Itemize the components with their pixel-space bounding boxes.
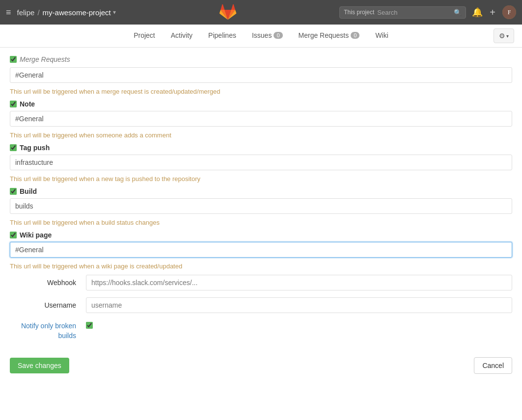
wiki-page-input[interactable]: [10, 242, 512, 258]
notifications-icon[interactable]: 🔔: [472, 7, 483, 18]
username-input[interactable]: [86, 297, 512, 313]
build-section: Build This url will be triggered when a …: [10, 187, 512, 226]
nav-activity[interactable]: Activity: [163, 25, 200, 47]
webhook-row: Webhook: [10, 275, 512, 290]
secondary-nav: Project Activity Pipelines Issues 0 Merg…: [0, 25, 522, 48]
breadcrumb-user[interactable]: felipe: [17, 8, 35, 17]
plus-icon[interactable]: +: [490, 7, 495, 18]
username-row: Username: [10, 297, 512, 313]
top-nav-icons: 🔔 +: [472, 5, 516, 19]
nav-issues[interactable]: Issues 0: [244, 25, 291, 47]
notify-label: Notify only brokenbuilds: [10, 320, 86, 341]
tag-push-help: This url will be triggered when a new ta…: [10, 175, 512, 183]
top-nav: ≡ felipe / my-awesome-project ▾ This pro…: [0, 0, 522, 25]
action-bar: Save changes Cancel: [10, 352, 512, 379]
notify-checkbox[interactable]: [86, 322, 93, 329]
issues-badge: 0: [274, 32, 282, 39]
nav-wiki[interactable]: Wiki: [367, 25, 396, 47]
tag-push-label: Tag push: [20, 144, 50, 152]
search-scope: This project: [344, 9, 374, 16]
nav-pipelines[interactable]: Pipelines: [200, 25, 244, 47]
wiki-page-help: This url will be triggered when a wiki p…: [10, 262, 512, 270]
webhook-input[interactable]: [86, 275, 512, 290]
note-label: Note: [20, 100, 35, 108]
build-help: This url will be triggered when a build …: [10, 219, 512, 226]
hamburger-icon[interactable]: ≡: [6, 7, 11, 18]
tag-push-input[interactable]: [10, 155, 512, 170]
webhook-label: Webhook: [10, 279, 86, 287]
chevron-down-icon: ▾: [113, 9, 116, 16]
search-icon: 🔍: [454, 9, 462, 16]
search-box[interactable]: This project 🔍: [339, 6, 466, 19]
breadcrumb-project[interactable]: my-awesome-project: [43, 8, 111, 17]
note-help: This url will be triggered when someone …: [10, 131, 512, 139]
wiki-page-checkbox[interactable]: [10, 232, 17, 238]
form-section: Merge Requests This url will be triggere…: [0, 52, 522, 379]
settings-button[interactable]: ⚙ ▾: [494, 28, 514, 43]
note-section: Note This url will be triggered when som…: [10, 100, 512, 139]
note-input[interactable]: [10, 111, 512, 127]
build-label: Build: [20, 187, 37, 195]
merge-requests-checkbox[interactable]: [10, 56, 17, 63]
save-button[interactable]: Save changes: [10, 358, 69, 373]
username-label: Username: [10, 301, 86, 309]
merge-requests-input[interactable]: [10, 67, 512, 83]
breadcrumb-separator: /: [37, 8, 39, 17]
merge-requests-section: This url will be triggered when a merge …: [10, 67, 512, 95]
note-checkbox[interactable]: [10, 101, 17, 107]
tag-push-section: Tag push This url will be triggered when…: [10, 144, 512, 183]
nav-project[interactable]: Project: [126, 25, 163, 47]
nav-merge-requests[interactable]: Merge Requests 0: [291, 25, 368, 47]
wiki-page-label: Wiki page: [20, 231, 52, 239]
breadcrumb: felipe / my-awesome-project ▾: [17, 8, 116, 17]
merge-requests-help: This url will be triggered when a merge …: [10, 88, 512, 95]
main-content: Merge Requests This url will be triggere…: [0, 48, 522, 398]
merge-requests-badge: 0: [351, 32, 359, 39]
notify-row: Notify only brokenbuilds: [10, 320, 512, 341]
gitlab-logo[interactable]: [219, 3, 237, 22]
build-input[interactable]: [10, 198, 512, 214]
tag-push-checkbox[interactable]: [10, 144, 17, 151]
search-input[interactable]: [377, 9, 451, 16]
cancel-button[interactable]: Cancel: [474, 357, 512, 374]
build-checkbox[interactable]: [10, 188, 17, 195]
avatar[interactable]: [502, 5, 516, 19]
wiki-page-section: Wiki page This url will be triggered whe…: [10, 231, 512, 270]
merge-requests-header: Merge Requests: [20, 55, 70, 63]
